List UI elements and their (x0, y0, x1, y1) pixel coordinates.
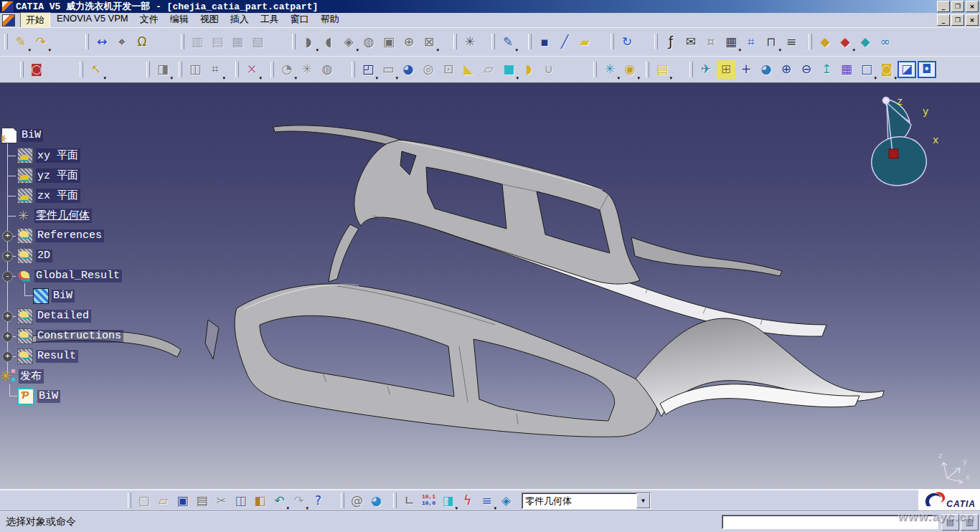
isometric-view-button[interactable]: □▾ (857, 60, 876, 79)
tree-expander-collapsed[interactable]: + (2, 251, 13, 262)
insert-surfaces-button[interactable]: ▤▾ (653, 60, 672, 79)
tree-item-label[interactable]: 零件几何体 (34, 209, 92, 223)
check-analysis-button[interactable]: ◆▾ (836, 32, 854, 51)
sketch-reuse-button[interactable]: ▭▾ (379, 60, 397, 79)
toolbar-handle[interactable] (393, 493, 397, 508)
tree-item-Result[interactable]: Result (17, 348, 78, 365)
toolbar-handle[interactable] (235, 62, 239, 77)
plm-update-button[interactable]: ◙ (27, 60, 46, 79)
tree-item-xy-平面[interactable]: xy 平面 (17, 147, 80, 164)
fill-surface-button[interactable]: ▱ (479, 60, 498, 79)
tree-item-label[interactable]: 2D (36, 250, 52, 262)
toolbar-handle[interactable] (128, 493, 131, 508)
tree-item-BiW[interactable]: BiW (33, 288, 75, 305)
fly-mode-button[interactable]: ✈ (697, 60, 715, 79)
part-comparison-button[interactable]: ◆ (856, 32, 875, 51)
delete-useless-button[interactable]: ϟ (458, 492, 476, 509)
tree-item-Detailed[interactable]: Detailed (17, 308, 91, 325)
trim-surface-button[interactable]: ∪ (540, 60, 558, 79)
visu-sphere-dropdown-icon[interactable]: ▾ (294, 75, 297, 80)
history-graph-button[interactable]: ≡▾ (478, 492, 496, 509)
cylinder-surface-button[interactable]: ◎ (419, 60, 438, 79)
zoom-in-button[interactable]: ⊕ (777, 60, 796, 79)
work-on-support-dropdown-icon[interactable]: ▾ (222, 75, 225, 80)
menu-item-ENOVIA V5 VPM[interactable]: ENOVIA V5 VPM (52, 12, 133, 28)
menu-item-编辑[interactable]: 编辑 (165, 12, 194, 28)
tree-item-References[interactable]: References (17, 227, 104, 244)
blend-surface-button[interactable]: ◗ (519, 60, 538, 79)
tree-item-zx-平面[interactable]: zx 平面 (17, 187, 80, 204)
plane-button[interactable]: ▰ (575, 32, 594, 51)
visu-sphere-button[interactable]: ◔▾ (278, 60, 296, 79)
relations-browser-button[interactable]: ⌗ (742, 32, 760, 51)
tree-item-label[interactable]: Constructions (36, 330, 123, 343)
comment-button[interactable]: ✉ (682, 32, 700, 51)
menu-item-工具[interactable]: 工具 (255, 12, 284, 28)
view-mode-1-button[interactable]: ◪ (897, 61, 916, 78)
multi-section-surface-button[interactable]: ■▾ (499, 60, 518, 79)
power-input-doc-button[interactable]: ▤ (941, 514, 959, 531)
tools-palette-button[interactable]: ✳ (461, 32, 479, 51)
menu-item-插入[interactable]: 插入 (225, 12, 254, 28)
tree-item-label[interactable]: BiW (37, 390, 60, 403)
bead-shape-button[interactable]: ◗▾ (299, 32, 318, 51)
work-on-support-button[interactable]: ⌗▾ (206, 60, 225, 79)
insert-body-dropdown-icon[interactable]: ▾ (28, 47, 31, 52)
measure-inertia-button[interactable]: Ω (133, 32, 151, 51)
equivalent-dimensions-button[interactable]: ≡ (782, 32, 801, 51)
measure-between-button[interactable]: ↔ (93, 32, 111, 51)
tree-item-label[interactable]: BiW (52, 290, 75, 303)
pan-button[interactable]: + (737, 60, 755, 79)
offset-surface-button[interactable]: ⊡ (439, 60, 458, 79)
insert-geometrical-set-dropdown-icon[interactable]: ▾ (48, 47, 51, 52)
tree-item-BiW[interactable]: BiW (1, 127, 43, 144)
tree-expander-expanded[interactable]: - (2, 271, 13, 282)
select-arrow-button[interactable]: ↖▾ (87, 60, 105, 79)
manual-update-dropdown-icon[interactable]: ▾ (637, 75, 640, 80)
insert-body-button[interactable]: ✎▾ (11, 32, 30, 51)
snap-to-point-dropdown-icon[interactable]: ▾ (259, 75, 262, 80)
window-restore-button[interactable]: ❐ (951, 1, 964, 12)
toolbar-handle[interactable] (85, 34, 89, 49)
tree-item-label[interactable]: xy 平面 (36, 148, 80, 163)
zoom-out-button[interactable]: ⊖ (797, 60, 816, 79)
sketcher-dropdown-icon[interactable]: ▾ (515, 47, 518, 52)
fit-all-in-button[interactable]: ⊞ (717, 60, 735, 79)
render-style-button[interactable]: ◙▾ (877, 60, 896, 79)
show-hide-swap-button[interactable]: ◫ (186, 60, 204, 79)
toolbar-handle[interactable] (20, 62, 24, 77)
toolbar-handle[interactable] (646, 62, 649, 77)
sweep-surface-button[interactable]: ◣ (459, 60, 478, 79)
open-part-workbench-dropdown-icon[interactable]: ▾ (455, 505, 458, 510)
tree-item-label[interactable]: Global_Result (34, 270, 122, 282)
tree-item-label[interactable]: References (36, 229, 104, 242)
whats-this-help-button[interactable]: ? (309, 492, 327, 509)
stiffening-rib-button[interactable]: ⊠▾ (420, 32, 438, 51)
tree-item-label[interactable]: Result (36, 350, 78, 363)
hole-shape-button[interactable]: ◍ (359, 32, 378, 51)
history-graph-dropdown-icon[interactable]: ▾ (494, 505, 496, 510)
check-analysis-dropdown-icon[interactable]: ▾ (852, 47, 855, 52)
toolbar-handle[interactable] (292, 34, 296, 49)
lock-selected-button[interactable]: ¤ (702, 32, 720, 51)
paste-button[interactable]: ◧ (251, 492, 269, 509)
toolbar-handle[interactable] (341, 493, 344, 508)
paste-special-button[interactable]: ◨▾ (154, 60, 172, 79)
toolbar-handle[interactable] (179, 62, 182, 77)
tree-item-BiW[interactable]: BiW (17, 388, 60, 405)
knowledge-inspector-button[interactable]: 10,110,0 (420, 492, 438, 509)
toolbar-handle[interactable] (611, 34, 614, 49)
toolbar-handle[interactable] (181, 34, 184, 49)
power-input-field[interactable] (722, 515, 938, 529)
open-part-workbench-button[interactable]: ◨▾ (439, 492, 457, 509)
diabolo-shape-button[interactable]: ◈▾ (339, 32, 358, 51)
mdi-window-restore-button[interactable]: ❐ (951, 14, 964, 26)
toolbar-handle[interactable] (654, 34, 658, 49)
lock-button[interactable]: ⊓▾ (762, 32, 781, 51)
mdi-window-close-button[interactable]: × (966, 14, 979, 26)
save-document-button[interactable]: ▣ (174, 492, 192, 509)
sketch-reuse-dropdown-icon[interactable]: ▾ (395, 75, 398, 80)
new-document-button[interactable]: ▢ (135, 492, 153, 509)
measure-item-button[interactable]: ⌖ (113, 32, 131, 51)
toolbar-handle[interactable] (593, 62, 597, 77)
